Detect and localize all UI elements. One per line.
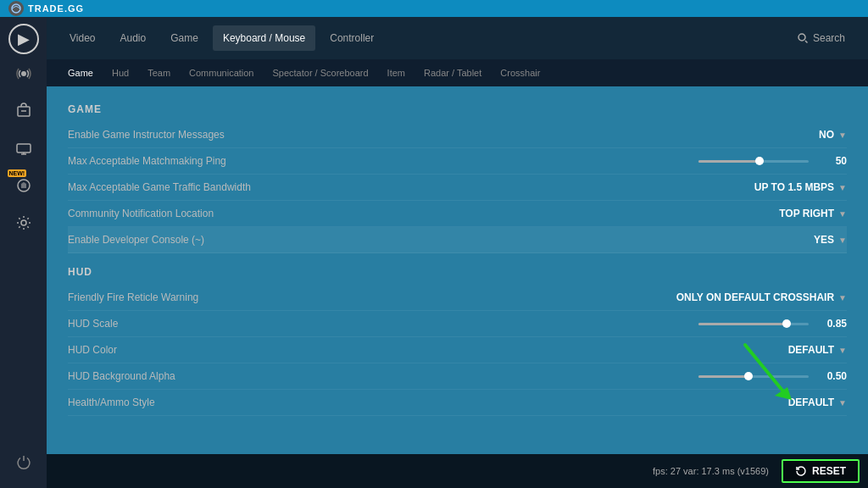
sidebar: ▶ NEW! xyxy=(0,17,47,488)
hudcolor-arrow-icon: ▼ xyxy=(838,346,847,355)
ping-value: 50 xyxy=(817,155,847,167)
hudalpha-value: 0.50 xyxy=(817,370,847,382)
svg-point-8 xyxy=(21,220,26,225)
setting-ff-value[interactable]: ONLY ON DEFAULT CROSSHAIR ▼ xyxy=(676,291,847,303)
reset-button[interactable]: RESET xyxy=(782,459,860,483)
ping-slider-container[interactable]: 50 xyxy=(698,155,847,167)
setting-instructor-label: Enable Game Instructor Messages xyxy=(68,129,819,141)
setting-hudscale-label: HUD Scale xyxy=(68,318,698,330)
traffic-arrow-icon: ▼ xyxy=(838,183,847,192)
sidebar-settings-button[interactable] xyxy=(6,205,42,241)
ping-slider-track[interactable] xyxy=(698,160,809,163)
hudscale-slider-container[interactable]: 0.85 xyxy=(698,318,847,330)
sidebar-play-button[interactable]: ▶ xyxy=(8,24,39,54)
setting-friendly-fire: Friendly Fire Reticle Warning ONLY ON DE… xyxy=(68,285,847,311)
hudscale-slider-fill xyxy=(698,323,787,325)
nav-bar: Video Audio Game Keyboard / Mouse Contro… xyxy=(47,17,868,59)
setting-notification-value[interactable]: TOP RIGHT ▼ xyxy=(779,208,847,219)
setting-developer-console: Enable Developer Console (~) YES ▼ xyxy=(68,227,847,253)
subnav-radar[interactable]: Radar / Tablet xyxy=(415,64,490,82)
setting-devconsole-label: Enable Developer Console (~) xyxy=(68,234,814,246)
svg-point-1 xyxy=(21,71,26,76)
setting-healthammo-value[interactable]: DEFAULT ▼ xyxy=(788,396,847,408)
fps-label: fps: xyxy=(653,466,668,476)
setting-hudalpha-label: HUD Background Alpha xyxy=(68,370,698,382)
subnav-team[interactable]: Team xyxy=(139,64,179,82)
ff-arrow-icon: ▼ xyxy=(838,293,847,302)
instructor-val: NO xyxy=(819,129,834,141)
play-icon: ▶ xyxy=(18,30,30,48)
nav-search[interactable]: Search xyxy=(787,27,855,49)
setting-traffic-label: Max Acceptable Game Traffic Bandwidth xyxy=(68,181,754,193)
subnav-spectator[interactable]: Spectator / Scoreboard xyxy=(264,64,376,82)
ff-val: ONLY ON DEFAULT CROSSHAIR xyxy=(676,291,834,303)
sidebar-antenna-button[interactable] xyxy=(6,56,42,92)
nav-controller[interactable]: Controller xyxy=(320,25,384,51)
nav-audio[interactable]: Audio xyxy=(109,25,156,51)
svg-point-9 xyxy=(798,34,805,41)
app-logo: TRADE.GG xyxy=(8,1,84,16)
devconsole-arrow-icon: ▼ xyxy=(838,236,847,245)
devconsole-val: YES xyxy=(814,234,834,246)
setting-traffic-value[interactable]: UP TO 1.5 MBPS ▼ xyxy=(754,181,847,193)
section-game-title: Game xyxy=(68,103,847,115)
bottom-bar: fps: 27 var: 17.3 ms (v1569) RESET xyxy=(47,454,868,488)
notification-arrow-icon: ▼ xyxy=(838,209,847,219)
hudscale-value: 0.85 xyxy=(817,318,847,330)
sidebar-power-button[interactable] xyxy=(6,444,42,480)
setting-notification: Community Notification Location TOP RIGH… xyxy=(68,201,847,227)
setting-hudcolor-value[interactable]: DEFAULT ▼ xyxy=(788,344,847,356)
setting-max-ping: Max Acceptable Matchmaking Ping 50 xyxy=(68,148,847,175)
notification-val: TOP RIGHT xyxy=(779,208,834,219)
setting-hud-scale: HUD Scale 0.85 xyxy=(68,311,847,337)
setting-ping-label: Max Acceptable Matchmaking Ping xyxy=(68,155,698,167)
subnav-item[interactable]: Item xyxy=(379,64,414,82)
setting-hud-alpha: HUD Background Alpha 0.50 xyxy=(68,363,847,390)
setting-hudcolor-label: HUD Color xyxy=(68,344,788,356)
nav-keyboard-mouse[interactable]: Keyboard / Mouse xyxy=(213,25,315,51)
reset-label: RESET xyxy=(812,465,846,477)
hudalpha-slider-thumb[interactable] xyxy=(744,372,753,380)
fps-value: 27 var: 17.3 ms (v1569) xyxy=(670,466,769,476)
sidebar-store-button[interactable] xyxy=(6,93,42,129)
svg-rect-4 xyxy=(17,144,31,152)
subnav-game[interactable]: Game xyxy=(59,64,102,82)
setting-healthammo-label: Health/Ammo Style xyxy=(68,396,788,408)
main-layout: ▶ NEW! xyxy=(0,17,868,488)
setting-instructor-value[interactable]: NO ▼ xyxy=(819,129,847,141)
subnav-hud[interactable]: Hud xyxy=(103,64,137,82)
logo-text: TRADE.GG xyxy=(28,3,84,14)
hudscale-slider-track[interactable] xyxy=(698,323,809,325)
setting-traffic: Max Acceptable Game Traffic Bandwidth UP… xyxy=(68,175,847,201)
setting-instructor-messages: Enable Game Instructor Messages NO ▼ xyxy=(68,122,847,148)
setting-notification-label: Community Notification Location xyxy=(68,208,779,219)
hudcolor-val: DEFAULT xyxy=(788,344,834,356)
fps-info: fps: 27 var: 17.3 ms (v1569) xyxy=(653,466,769,476)
hudalpha-slider-track[interactable] xyxy=(698,375,809,378)
top-bar: TRADE.GG xyxy=(0,0,868,17)
setting-ff-label: Friendly Fire Reticle Warning xyxy=(68,291,676,303)
nav-game[interactable]: Game xyxy=(160,25,209,51)
nav-video[interactable]: Video xyxy=(59,25,105,51)
hudscale-slider-thumb[interactable] xyxy=(782,319,791,328)
setting-hud-color: HUD Color DEFAULT ▼ xyxy=(68,337,847,363)
ping-slider-fill xyxy=(698,160,760,163)
subnav-crosshair[interactable]: Crosshair xyxy=(492,64,548,82)
new-badge: NEW! xyxy=(8,169,27,177)
ping-slider-thumb[interactable] xyxy=(755,157,764,165)
hudalpha-slider-fill xyxy=(698,375,748,378)
healthammo-arrow-icon: ▼ xyxy=(838,398,847,408)
sub-nav: Game Hud Team Communication Spectator / … xyxy=(47,59,868,86)
search-label: Search xyxy=(813,32,845,44)
traffic-val: UP TO 1.5 MBPS xyxy=(754,181,834,193)
content-area: Video Audio Game Keyboard / Mouse Contro… xyxy=(47,17,868,488)
hudalpha-slider-container[interactable]: 0.50 xyxy=(698,370,847,382)
settings-wrapper: Game Enable Game Instructor Messages NO … xyxy=(47,86,868,488)
section-hud-title: Hud xyxy=(68,266,847,278)
sidebar-new-button[interactable]: NEW! xyxy=(6,168,42,203)
instructor-arrow-icon: ▼ xyxy=(838,130,847,140)
subnav-communication[interactable]: Communication xyxy=(181,64,262,82)
healthammo-val: DEFAULT xyxy=(788,396,834,408)
setting-devconsole-value[interactable]: YES ▼ xyxy=(814,234,847,246)
sidebar-tv-button[interactable] xyxy=(6,130,42,166)
